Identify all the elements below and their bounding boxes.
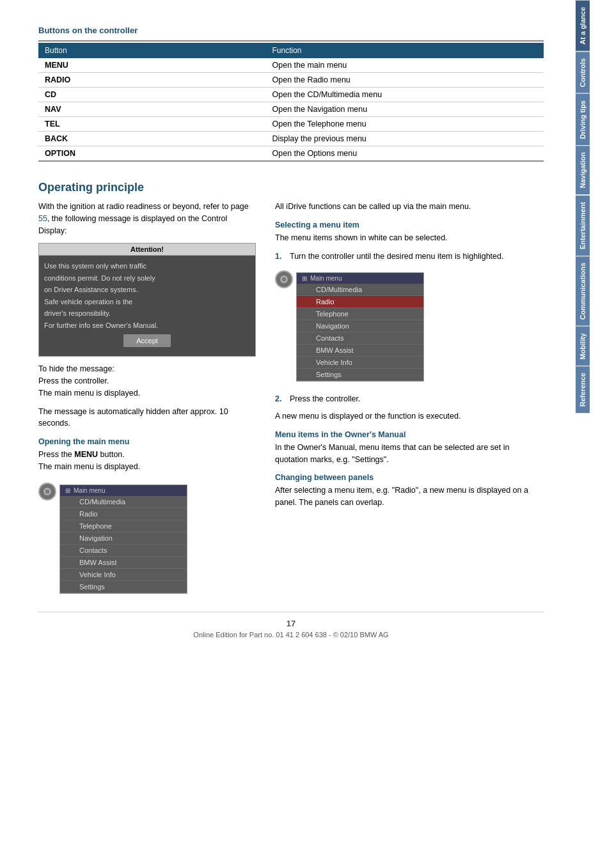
menu-item: Vehicle Info — [297, 357, 423, 369]
attention-header: Attention! — [39, 244, 255, 256]
svg-point-1 — [45, 490, 49, 493]
button-name-cell: BACK — [38, 132, 266, 146]
intro-text2: , the following message is displayed on … — [38, 214, 227, 235]
operating-section: Operating principle With the ignition at… — [38, 181, 544, 599]
button-name-cell: MENU — [38, 58, 266, 73]
sidebar-tab-mobility[interactable]: Mobility — [576, 326, 590, 366]
step2-text: Press the controller. — [290, 393, 360, 405]
selecting-menu-item-text: The menu items shown in white can be sel… — [275, 232, 544, 244]
button-function-cell: Open the Telephone menu — [266, 117, 544, 132]
step1-num: 1. — [275, 251, 285, 263]
menu-bold: MENU — [74, 450, 98, 459]
buttons-section-title: Buttons on the controller — [38, 26, 544, 35]
accept-button[interactable]: Accept — [123, 334, 171, 347]
intro-paragraph: With the ignition at radio readiness or … — [38, 201, 256, 236]
attention-box: Attention! Use this system only when tra… — [38, 243, 256, 357]
attention-body: Use this system only when trafficconditi… — [39, 256, 255, 356]
menu-item: Vehicle Info — [60, 569, 187, 581]
owners-manual-text: In the Owner's Manual, menu items that c… — [275, 442, 544, 466]
svg-point-3 — [282, 277, 286, 281]
button-function-cell: Open the Radio menu — [266, 73, 544, 88]
right-column: All iDrive functions can be called up vi… — [275, 201, 544, 599]
left-menu-screenshot: ⊞Main menu CD/MultimediaRadioTelephoneNa… — [59, 484, 187, 594]
button-name-cell: TEL — [38, 117, 266, 132]
sidebar-tab-at-a-glance[interactable]: At a glance — [576, 0, 590, 51]
opening-main-menu-title: Opening the main menu — [38, 437, 256, 446]
footer-text: Online Edition for Part no. 01 41 2 604 … — [193, 631, 388, 639]
menu-item: Settings — [60, 581, 187, 593]
menu-item: BMW Assist — [60, 557, 187, 569]
button-function-cell: Open the main menu — [266, 58, 544, 73]
hide-message-text: To hide the message:Press the controller… — [38, 363, 256, 399]
button-name-cell: OPTION — [38, 146, 266, 162]
changing-panels-text: After selecting a menu item, e.g. "Radio… — [275, 484, 544, 509]
right-menu-screenshot-container: ⊞Main menu CD/MultimediaRadioTelephoneNa… — [275, 267, 544, 387]
step-1: 1. Turn the controller until the desired… — [275, 251, 544, 263]
two-column-layout: With the ignition at radio readiness or … — [38, 201, 544, 599]
menu-item: Telephone — [60, 520, 187, 532]
right-menu-screenshot: ⊞Main menu CD/MultimediaRadioTelephoneNa… — [296, 272, 424, 382]
controller-icon-right — [275, 270, 293, 288]
intro-text1: With the ignition at radio readiness or … — [38, 202, 249, 211]
attention-line: conditions permit. Do not rely solely — [44, 273, 250, 284]
menu-item: CD/Multimedia — [297, 284, 423, 296]
button-function-cell: Open the Navigation menu — [266, 102, 544, 117]
sidebar-tab-reference[interactable]: Reference — [576, 366, 590, 413]
all-functions-text: All iDrive functions can be called up vi… — [275, 201, 544, 213]
owners-manual-title: Menu items in the Owner's Manual — [275, 430, 544, 439]
page-ref-link[interactable]: 55 — [38, 214, 47, 223]
step1-text: Turn the controller until the desired me… — [290, 251, 503, 263]
page-footer: 17 Online Edition for Part no. 01 41 2 6… — [38, 612, 544, 645]
attention-line: Use this system only when traffic — [44, 261, 250, 272]
sidebar-tab-communications[interactable]: Communications — [576, 256, 590, 326]
attention-line: driver's responsibility. — [44, 308, 250, 319]
step2-result-text: A new menu is displayed or the function … — [275, 410, 544, 422]
opening-main-menu-text: Press the MENU button.The main menu is d… — [38, 449, 256, 473]
steps-list: 1. Turn the controller until the desired… — [275, 251, 544, 263]
menu-item: Contacts — [297, 332, 423, 345]
right-sidebar: At a glanceControlsDriving tipsNavigatio… — [576, 0, 601, 868]
sidebar-tab-controls[interactable]: Controls — [576, 51, 590, 93]
left-menu-list: CD/MultimediaRadioTelephoneNavigationCon… — [60, 496, 187, 593]
selecting-menu-item-title: Selecting a menu item — [275, 221, 544, 229]
buttons-section: Buttons on the controller Button Functio… — [38, 26, 544, 162]
left-column: With the ignition at radio readiness or … — [38, 201, 256, 599]
sidebar-tabs: At a glanceControlsDriving tipsNavigatio… — [576, 0, 601, 414]
button-name-cell: NAV — [38, 102, 266, 117]
menu-item: Telephone — [297, 308, 423, 320]
sidebar-tab-entertainment[interactable]: Entertainment — [576, 195, 590, 256]
left-menu-screenshot-container: ⊞Main menu CD/MultimediaRadioTelephoneNa… — [38, 479, 256, 599]
menu-item: BMW Assist — [297, 345, 423, 357]
controller-table: Button Function MENUOpen the main menuRA… — [38, 43, 544, 162]
step-2: 2. Press the controller. — [275, 393, 544, 405]
right-menu-list: CD/MultimediaRadioTelephoneNavigationCon… — [297, 284, 423, 381]
col-button-header: Button — [38, 43, 266, 58]
button-function-cell: Display the previous menu — [266, 132, 544, 146]
button-function-cell: Open the Options menu — [266, 146, 544, 162]
menu-item: Navigation — [60, 532, 187, 545]
auto-hide-text: The message is automatically hidden afte… — [38, 406, 256, 430]
changing-panels-title: Changing between panels — [275, 473, 544, 482]
button-function-cell: Open the CD/Multimedia menu — [266, 88, 544, 102]
page-container: Buttons on the controller Button Functio… — [0, 0, 614, 868]
controller-icon-left — [38, 483, 56, 500]
button-name-cell: CD — [38, 88, 266, 102]
step2-num: 2. — [275, 393, 285, 405]
menu-item: Settings — [297, 369, 423, 381]
menu-header-left: ⊞Main menu — [60, 485, 187, 496]
steps-list-2: 2. Press the controller. — [275, 393, 544, 405]
sidebar-tab-driving-tips[interactable]: Driving tips — [576, 93, 590, 146]
col-function-header: Function — [266, 43, 544, 58]
menu-item: Radio — [297, 296, 423, 308]
menu-item: CD/Multimedia — [60, 496, 187, 508]
menu-item: Navigation — [297, 320, 423, 332]
attention-line: Safe vehicle operation is the — [44, 297, 250, 307]
menu-header-right: ⊞Main menu — [297, 273, 423, 284]
attention-line: on Driver Assistance systems. — [44, 284, 250, 295]
menu-item: Contacts — [60, 545, 187, 557]
page-number: 17 — [38, 619, 544, 628]
main-content: Buttons on the controller Button Functio… — [0, 0, 576, 868]
sidebar-tab-navigation[interactable]: Navigation — [576, 145, 590, 194]
operating-title: Operating principle — [38, 181, 544, 194]
button-name-cell: RADIO — [38, 73, 266, 88]
